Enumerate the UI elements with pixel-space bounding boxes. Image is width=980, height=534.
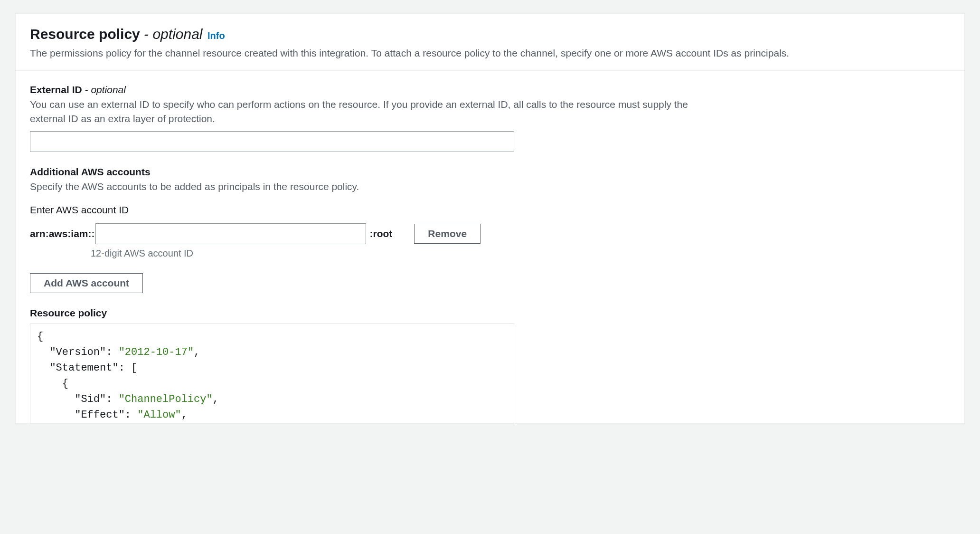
external-id-section: External ID - optional You can use an ex…	[30, 84, 950, 152]
policy-effect: "Allow"	[137, 409, 181, 421]
arn-prefix: arn:aws:iam::	[30, 228, 95, 239]
panel-body: External ID - optional You can use an ex…	[16, 71, 964, 423]
account-id-hint: 12-digit AWS account ID	[91, 248, 950, 259]
remove-account-button[interactable]: Remove	[414, 224, 481, 244]
resource-policy-editor[interactable]: { "Version": "2012-10-17", "Statement": …	[30, 324, 514, 423]
panel-title: Resource policy - optional	[30, 26, 203, 42]
external-id-description: You can use an external ID to specify wh…	[30, 97, 695, 125]
aws-account-id-input[interactable]	[95, 223, 366, 244]
additional-accounts-section: Additional AWS accounts Specify the AWS …	[30, 166, 950, 423]
enter-account-label: Enter AWS account ID	[30, 204, 950, 216]
add-aws-account-button[interactable]: Add AWS account	[30, 273, 143, 293]
panel-header: Resource policy - optional Info The perm…	[16, 14, 964, 71]
resource-policy-panel: Resource policy - optional Info The perm…	[15, 13, 965, 424]
additional-accounts-description: Specify the AWS accounts to be added as …	[30, 180, 695, 193]
resource-policy-label: Resource policy	[30, 307, 950, 319]
policy-version: "2012-10-17"	[119, 346, 194, 358]
arn-suffix: :root	[370, 228, 393, 239]
external-id-input[interactable]	[30, 131, 514, 152]
info-link[interactable]: Info	[207, 30, 225, 41]
account-row: arn:aws:iam:: :root Remove	[30, 223, 950, 244]
panel-description: The permissions policy for the channel r…	[30, 46, 950, 60]
additional-accounts-label: Additional AWS accounts	[30, 166, 950, 178]
policy-sid: "ChannelPolicy"	[119, 393, 213, 405]
external-id-label: External ID - optional	[30, 84, 950, 95]
